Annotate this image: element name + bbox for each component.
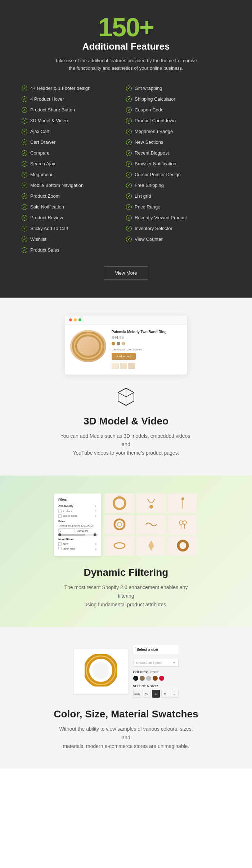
feature-label-left-0: 4+ Header & 1 Footer design	[30, 86, 90, 91]
feature-icon-right-5	[126, 139, 132, 145]
thumbnail-row	[112, 363, 182, 369]
feature-label-right-6: Recent Blogpost	[135, 150, 169, 156]
dot-green	[78, 318, 81, 321]
color-swatch-2[interactable]	[146, 676, 151, 681]
product-thumb-3	[104, 515, 135, 534]
feature-item-right-1: Shipping Calculator	[126, 94, 230, 105]
feature-icon-left-2	[22, 107, 27, 113]
size-swatch-xs[interactable]: XS	[143, 690, 150, 698]
tag-new-count: 8	[95, 543, 96, 545]
slider-thumb-left	[58, 533, 61, 536]
feature-label-left-2: Product Share Button	[30, 107, 75, 112]
product-name-mock: Palensia Melody Two Band Ring	[112, 330, 182, 334]
out-of-stock-checkbox[interactable]	[58, 514, 62, 518]
swatches-mockup-wrapper: Select a size Choose an option ∨ COLORS:…	[22, 645, 230, 708]
feature-item-left-12: Product Review	[22, 212, 126, 223]
view-more-button[interactable]: View More	[104, 266, 148, 280]
tag-label-new-count: 2	[95, 547, 96, 550]
color-swatch-3[interactable]	[153, 676, 158, 681]
feature-icon-right-0	[126, 86, 132, 91]
in-stock-count: 7	[95, 510, 96, 513]
mockup-header	[65, 316, 187, 325]
feature-label-left-8: Megamenu	[30, 172, 54, 177]
tag-label-new-checkbox[interactable]	[58, 547, 62, 550]
feature-icon-right-14	[126, 236, 132, 242]
color-value: ROSE	[150, 670, 160, 674]
feature-icon-right-9	[126, 183, 132, 188]
feature-icon-right-1	[126, 96, 132, 102]
choose-option-text: Choose an option	[136, 661, 162, 665]
product-details: Palensia Melody Two Band Ring $44.95 Lor…	[112, 330, 182, 369]
swatch-ring-wrap	[74, 649, 128, 694]
size-swatch-m[interactable]: M	[161, 690, 169, 698]
swatches-section: Select a size Choose an option ∨ COLORS:…	[0, 627, 252, 768]
feature-icon-left-7	[22, 161, 27, 167]
price-slider[interactable]	[58, 534, 96, 536]
slider-thumb-right	[94, 533, 96, 536]
colors-label: COLORS: ROSE	[133, 670, 179, 674]
product-thumb-1	[136, 493, 166, 513]
feature-label-right-11: Price Range	[135, 204, 161, 210]
size-swatch-l[interactable]: L	[171, 690, 179, 698]
feature-item-left-9: Mobile Bottom Navigation	[22, 180, 126, 191]
availability-chevron: ∨	[94, 504, 96, 508]
out-of-stock-label: Out of stock	[63, 514, 94, 518]
svg-point-4	[114, 497, 125, 509]
feature-label-right-2: Coupon Code	[135, 107, 163, 112]
color-swatch-1[interactable]	[140, 676, 145, 681]
feature-item-right-8: Cursor Pointer Design	[126, 169, 230, 180]
feature-item-right-13: Inventory Selector	[126, 223, 230, 234]
feature-icon-right-13	[126, 226, 132, 231]
filter-label: Filter:	[58, 498, 96, 501]
svg-point-8	[114, 519, 125, 529]
feature-item-right-2: Coupon Code	[126, 105, 230, 115]
in-stock-checkbox[interactable]	[58, 510, 62, 513]
in-stock-label: In stock	[63, 510, 94, 513]
feature-icon-left-13	[22, 226, 27, 231]
feature-item-right-6: Recent Blogpost	[126, 148, 230, 159]
svg-point-10	[179, 521, 183, 524]
filter-section: Filter: Availability ∨ In stock 7 Out of…	[0, 476, 252, 627]
color-dot-2	[117, 342, 120, 345]
product-thumb-2	[168, 493, 198, 513]
tag-new-checkbox[interactable]	[58, 542, 62, 546]
price-from-input[interactable]	[58, 528, 75, 533]
feature-icon-left-3	[22, 118, 27, 124]
color-swatch-4[interactable]	[159, 676, 164, 681]
feature-item-left-4: Ajax Cart	[22, 126, 126, 137]
price-desc: The highest price is $25,000.00	[58, 524, 96, 527]
ring-image	[70, 330, 106, 362]
size-swatch-xxs[interactable]: XXS	[133, 690, 141, 698]
price-to-input[interactable]	[76, 528, 92, 533]
feature-icon-right-11	[126, 204, 132, 210]
feature-label-right-4: Megamenu Badge	[135, 129, 173, 134]
feature-label-left-5: Cart Drawer	[30, 139, 55, 145]
svg-point-14	[114, 543, 125, 548]
feature-icon-left-12	[22, 215, 27, 221]
mockup-body: Palensia Melody Two Band Ring $44.95 Lor…	[65, 325, 187, 375]
feature-label-left-4: Ajax Cart	[30, 129, 49, 134]
dot-yellow	[74, 318, 77, 321]
svg-point-2	[79, 338, 98, 354]
product-thumb-5	[168, 515, 198, 534]
feature-icon-right-10	[126, 193, 132, 199]
model-description: You can add Media such as 3D models, emb…	[58, 432, 194, 458]
feature-item-left-6: Compare	[22, 148, 126, 159]
color-swatch-0[interactable]	[133, 676, 138, 681]
feature-item-right-3: Product Countdown	[126, 115, 230, 126]
feature-item-left-0: 4+ Header & 1 Footer design	[22, 83, 126, 94]
feature-icon-left-10	[22, 193, 27, 199]
size-label-text: SELECT A SIZE:	[133, 684, 179, 688]
size-swatch-s[interactable]: S	[152, 690, 160, 698]
size-dropdown[interactable]: Choose an option ∨	[133, 659, 179, 667]
feature-icon-right-8	[126, 172, 132, 178]
product-thumb-0	[104, 493, 135, 513]
dropdown-chevron: ∨	[173, 661, 175, 665]
feature-item-right-4: Megamenu Badge	[126, 126, 230, 137]
select-size-label: Select a size	[133, 645, 179, 655]
swatches-heading: Color, Size, Material Swatches	[22, 708, 230, 720]
feature-label-right-0: Gift wrapping	[135, 86, 162, 91]
feature-item-left-5: Cart Drawer	[22, 137, 126, 148]
feature-icon-right-4	[126, 129, 132, 134]
feature-icon-left-1	[22, 96, 27, 102]
